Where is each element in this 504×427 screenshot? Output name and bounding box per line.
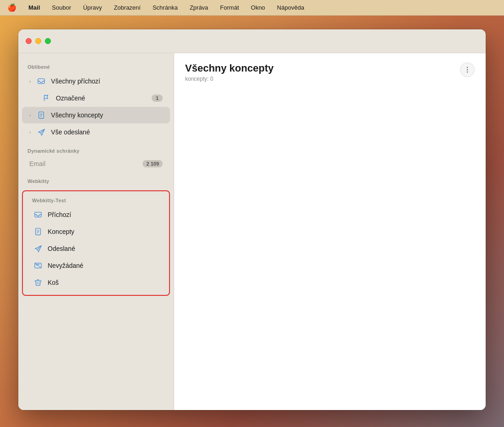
content-area: Oblíbené › Všechny příchozí [18, 53, 486, 410]
sidebar-item-label: Koš [48, 279, 159, 286]
mail-window: Oblíbené › Všechny příchozí [18, 29, 486, 410]
detail-action-button[interactable] [460, 62, 475, 77]
sidebar-item-odeslane[interactable]: Odeslané [26, 240, 166, 257]
oznacene-badge: 1 [152, 94, 163, 102]
detail-header: Všechny koncepty koncepty: 0 [185, 62, 475, 82]
sent-icon [36, 127, 46, 137]
inbox-icon [36, 76, 46, 86]
desktop: Oblíbené › Všechny příchozí [0, 16, 504, 427]
menu-soubor[interactable]: Soubor [50, 3, 73, 12]
chevron-icon: › [29, 79, 31, 84]
webkitty-test-label: Webkitty-Test [23, 195, 169, 206]
inbox-icon [33, 210, 43, 220]
svg-point-10 [467, 72, 468, 72]
sidebar-item-vsechny-prichozi[interactable]: › Všechny příchozí [22, 73, 170, 89]
sidebar-item-label: Nevyžádané [48, 262, 159, 269]
close-button[interactable] [26, 38, 32, 44]
menu-format[interactable]: Formát [218, 3, 241, 12]
detail-subtitle: koncepty: 0 [185, 76, 274, 82]
email-count-badge: 2 109 [142, 160, 163, 167]
chevron-icon: › [29, 130, 31, 135]
menu-napoveda[interactable]: Nápověda [275, 3, 306, 12]
detail-pane: Všechny koncepty koncepty: 0 [174, 53, 486, 410]
chevron-icon: › [29, 113, 31, 118]
detail-title-group: Všechny koncepty koncepty: 0 [185, 62, 274, 82]
menu-zobrazeni[interactable]: Zobrazení [112, 3, 142, 12]
sidebar-item-nevyzadane[interactable]: Nevyžádané [26, 257, 166, 274]
svg-point-8 [467, 67, 468, 68]
flag-icon [41, 93, 51, 103]
email-label: Email [29, 160, 142, 167]
detail-title: Všechny koncepty [185, 62, 274, 74]
sidebar-item-label: Označené [56, 94, 147, 102]
sidebar-email-row[interactable]: Email 2 109 [22, 157, 170, 171]
dynamic-section-label: Dynamické schránky [18, 141, 174, 156]
sidebar-item-label: Odeslané [48, 245, 159, 252]
minimize-button[interactable] [35, 38, 41, 44]
menu-zprava[interactable]: Zpráva [188, 3, 210, 12]
webkitty-section-label: Webkitty [18, 171, 174, 187]
menu-upravy[interactable]: Úpravy [81, 3, 104, 12]
sidebar-item-label: Všechny příchozí [51, 78, 163, 85]
sidebar-item-oznacene[interactable]: Označené 1 [22, 90, 170, 106]
svg-point-9 [467, 69, 468, 70]
sent-icon [33, 244, 43, 254]
sidebar-item-label: Příchozí [48, 211, 159, 218]
svg-line-5 [35, 263, 41, 268]
sidebar-item-prichozi[interactable]: Příchozí [26, 206, 166, 223]
sidebar-item-koncepty[interactable]: Koncepty [26, 223, 166, 240]
lines-icon [464, 66, 471, 73]
webkitty-test-section: Webkitty-Test Příchozí [22, 190, 170, 296]
maximize-button[interactable] [45, 38, 51, 44]
titlebar [18, 29, 486, 53]
trash-icon [33, 277, 43, 288]
menu-okno[interactable]: Okno [249, 3, 267, 12]
spam-icon [33, 261, 43, 271]
sidebar-item-vse-odeslane[interactable]: › Vše odeslané [22, 124, 170, 140]
sidebar-item-label: Všechny koncepty [51, 111, 163, 119]
sidebar: Oblíbené › Všechny příchozí [18, 53, 174, 410]
sidebar-item-kos[interactable]: Koš [26, 274, 166, 291]
menubar: 🍎 Mail Soubor Úpravy Zobrazení Schránka … [0, 0, 504, 16]
draft-icon [33, 227, 43, 237]
apple-menu[interactable]: 🍎 [5, 2, 18, 13]
sidebar-item-vsechny-koncepty[interactable]: › Všechny koncepty [22, 107, 170, 123]
menu-mail[interactable]: Mail [27, 3, 42, 12]
draft-icon [36, 110, 46, 120]
sidebar-item-label: Vše odeslané [51, 128, 163, 136]
favorites-section-label: Oblíbené [18, 57, 174, 72]
traffic-lights [26, 38, 51, 44]
menu-schranka[interactable]: Schránka [151, 3, 180, 12]
sidebar-item-label: Koncepty [48, 228, 159, 235]
